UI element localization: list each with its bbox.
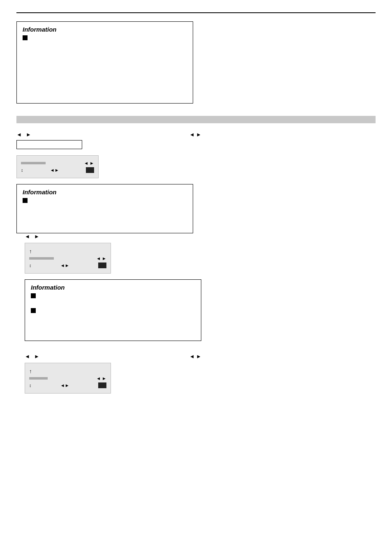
right-nav-left[interactable]: ◄	[25, 233, 30, 240]
right-cp-mini-arrows: ◄ ►	[96, 256, 106, 261]
bottom-right-nav-right2[interactable]: ►	[196, 353, 201, 359]
right-nav-right[interactable]: ►	[34, 233, 39, 240]
bottom-right-control-panel: ↑ ◄ ► ↕ ◄►	[25, 363, 111, 394]
right-arrows-pair: ◄ ►	[189, 131, 201, 138]
left-cp-mini-arrows: ◄ ►	[84, 161, 94, 166]
right-cp-slider-row: ◄ ►	[29, 256, 106, 261]
left-bottom-bullet-icon	[23, 198, 28, 203]
left-arrow-1[interactable]: ◄	[16, 131, 22, 138]
right-arrow-1[interactable]: ►	[26, 131, 31, 138]
left-cp-slider[interactable]	[21, 162, 46, 164]
left-nav-area: ◄ ► ◄ ►	[16, 131, 201, 150]
top-bullet-icon	[23, 35, 28, 40]
bottom-right-cp-arrow-left[interactable]: ◄	[96, 376, 101, 381]
left-arrow-2[interactable]: ◄	[189, 131, 195, 138]
grey-separator-bar	[16, 116, 376, 123]
left-cp-arrow-left[interactable]: ◄	[84, 161, 88, 166]
text-input-box[interactable]	[16, 140, 82, 149]
right-cp-arrow-left[interactable]: ◄	[96, 256, 101, 261]
bottom-right-cp-bottom-row: ↕ ◄►	[29, 382, 106, 388]
bottom-right-nav-right[interactable]: ►	[34, 353, 39, 359]
right-cp-top-row: ↑	[29, 248, 106, 254]
bottom-right-cp-arrow-right[interactable]: ►	[102, 376, 106, 381]
bottom-right-cp-lr[interactable]: ◄►	[60, 383, 69, 388]
bottom-right-section: ◄ ► ◄ ► ↑ ◄ ►	[16, 353, 201, 394]
right-cp-arrow-right[interactable]: ►	[102, 256, 106, 261]
top-bullet-row	[23, 35, 187, 40]
right-bullet-icon-1	[31, 293, 36, 298]
bottom-right-cp-up[interactable]: ↑	[29, 368, 32, 374]
left-bottom-bullet-row	[23, 198, 187, 203]
left-mid-section: ◄ ► ◄ ► ◄ ►	[16, 131, 201, 233]
left-cp-slider-row: ◄ ►	[21, 161, 94, 166]
right-cp-lr[interactable]: ◄►	[60, 263, 69, 268]
right-bullet-row-1	[31, 293, 195, 298]
bottom-right-cp-slider[interactable]	[29, 377, 48, 380]
left-bottom-info-box: Information	[16, 184, 193, 233]
left-cp-lr[interactable]: ◄►	[50, 168, 59, 173]
bottom-right-nav-left2[interactable]: ◄	[189, 353, 195, 359]
left-cp-bottom-row: ↕ ◄►	[21, 167, 94, 173]
right-cp-up-arrow[interactable]: ↑	[29, 248, 32, 254]
left-cp-arrow-right[interactable]: ►	[90, 161, 94, 166]
bottom-right-nav-left[interactable]: ◄	[25, 353, 30, 359]
bottom-right-cp-mini-arrows: ◄ ►	[96, 376, 106, 381]
bottom-right-cp-updown[interactable]: ↕	[29, 383, 32, 388]
top-info-box: Information	[16, 21, 193, 104]
right-cp-slider[interactable]	[29, 257, 54, 260]
bottom-right-cp-top: ↑	[29, 368, 106, 374]
right-bullet-row-2	[31, 308, 195, 313]
left-control-panel: ◄ ► ↕ ◄►	[16, 155, 99, 178]
right-info-title: Information	[31, 284, 195, 291]
right-nav-area: ◄ ►	[25, 233, 201, 240]
bottom-right-cp-slider-row: ◄ ►	[29, 376, 106, 381]
left-cp-black-btn[interactable]	[86, 167, 94, 173]
right-info-box: Information	[25, 279, 201, 341]
top-rule	[16, 12, 376, 13]
right-cp-updown[interactable]: ↕	[29, 263, 32, 268]
bottom-right-cp-black-btn[interactable]	[98, 382, 106, 388]
right-control-panel: ↑ ◄ ► ↕ ◄►	[25, 243, 111, 274]
bottom-section: ◄ ► ◄ ► ↑ ◄ ►	[16, 353, 376, 394]
bottom-right-nav: ◄ ► ◄ ►	[25, 353, 201, 359]
right-arrow-2[interactable]: ►	[196, 131, 201, 138]
top-info-title: Information	[23, 26, 187, 33]
right-bullet-icon-2	[31, 308, 36, 313]
left-cp-updown[interactable]: ↕	[21, 168, 23, 173]
right-mid-section: ◄ ► ↑ ◄ ► ↕	[16, 233, 201, 341]
right-cp-black-btn[interactable]	[98, 263, 106, 268]
right-cp-bottom-row: ↕ ◄►	[29, 263, 106, 268]
left-bottom-info-title: Information	[23, 189, 187, 196]
